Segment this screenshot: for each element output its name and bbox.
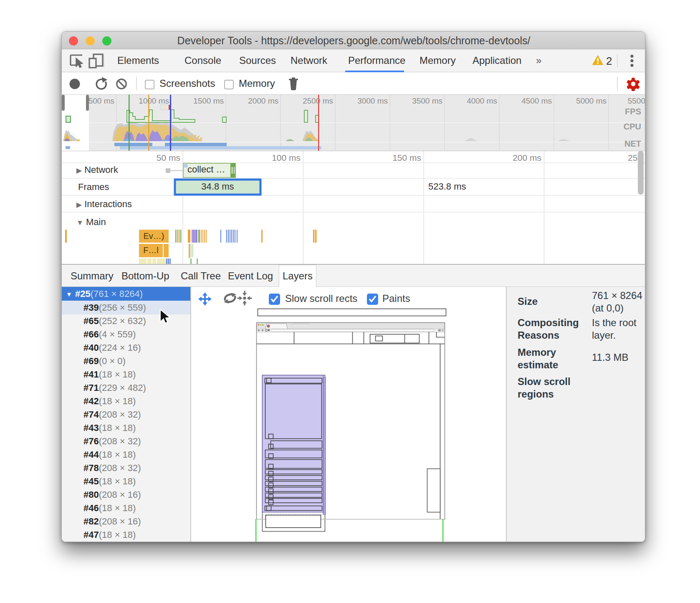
svg-text:2: 2 xyxy=(606,55,612,67)
